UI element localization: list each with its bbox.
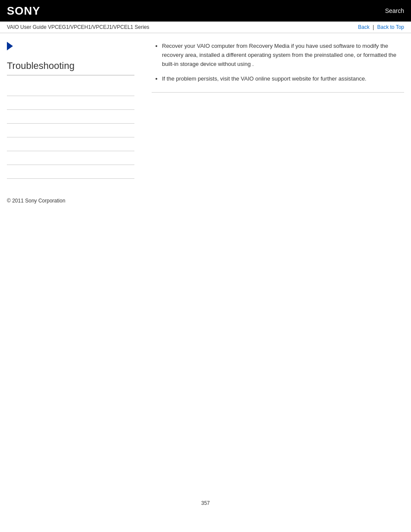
bullet-list: Recover your VAIO computer from Recovery… — [152, 42, 404, 84]
nav-separator: | — [373, 24, 374, 30]
bullet-item-1: Recover your VAIO computer from Recovery… — [162, 42, 404, 68]
content-divider — [152, 92, 404, 93]
page-number: 357 — [0, 492, 411, 515]
nav-links: Back | Back to Top — [358, 24, 404, 30]
sidebar: Troubleshooting — [7, 42, 145, 179]
section-title: Troubleshooting — [7, 60, 134, 75]
search-button[interactable]: Search — [385, 7, 404, 14]
sidebar-link-6[interactable] — [7, 151, 134, 165]
footer: © 2011 Sony Corporation — [0, 187, 411, 214]
back-link[interactable]: Back — [358, 24, 370, 30]
content-area: Recover your VAIO computer from Recovery… — [145, 42, 404, 179]
breadcrumb-text: VAIO User Guide VPCEG1/VPCEH1/VPCEJ1/VPC… — [7, 24, 149, 30]
chevron-right-icon — [7, 42, 13, 50]
breadcrumb-bar: VAIO User Guide VPCEG1/VPCEH1/VPCEJ1/VPC… — [0, 22, 411, 33]
bullet-item-2: If the problem persists, visit the VAIO … — [162, 75, 404, 84]
sony-logo: SONY — [7, 4, 40, 18]
sidebar-link-2[interactable] — [7, 96, 134, 110]
back-to-top-link[interactable]: Back to Top — [377, 24, 404, 30]
main-content: Troubleshooting Recover your VAIO comput… — [0, 33, 411, 187]
sidebar-link-4[interactable] — [7, 124, 134, 137]
sidebar-link-3[interactable] — [7, 110, 134, 124]
sidebar-link-7[interactable] — [7, 165, 134, 179]
header: SONY Search — [0, 0, 411, 22]
sidebar-link-5[interactable] — [7, 137, 134, 151]
sidebar-links — [7, 82, 134, 179]
copyright-text: © 2011 Sony Corporation — [7, 198, 65, 204]
sidebar-link-1[interactable] — [7, 82, 134, 96]
